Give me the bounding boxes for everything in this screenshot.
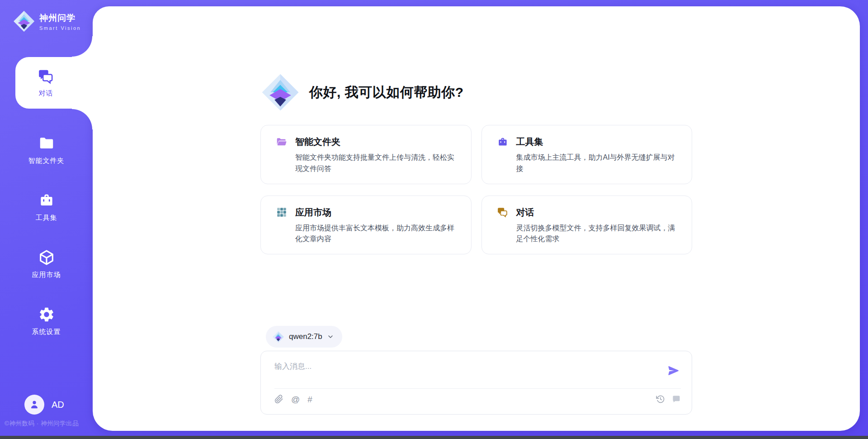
window-bottom-edge (0, 436, 868, 439)
greeting-title: 你好, 我可以如何帮助你? (309, 83, 464, 102)
card-title: 工具集 (516, 136, 543, 148)
user-account[interactable]: AD (24, 395, 64, 415)
hero: 你好, 我可以如何帮助你? (260, 72, 692, 112)
model-selector[interactable]: qwen2:7b (266, 326, 342, 348)
paperclip-icon[interactable] (274, 395, 283, 404)
sidebar-item-label: 对话 (39, 89, 53, 98)
brand-name: 神州问学 (39, 12, 81, 24)
folder-open-icon (276, 136, 288, 148)
card-description: 集成市场上主流工具，助力AI与外界无缝扩展与对接 (516, 152, 680, 175)
sidebar-item-label: 工具集 (36, 214, 57, 222)
message-input[interactable] (274, 359, 666, 388)
card-smart-folder[interactable]: 智能文件夹 智能文件夹功能支持批量文件上传与清洗，轻松实现文件问答 (260, 125, 472, 184)
cube-icon (38, 249, 55, 266)
card-toolset[interactable]: 工具集 集成市场上主流工具，助力AI与外界无缝扩展与对接 (481, 125, 693, 184)
diamond-logo (13, 10, 35, 33)
main-panel: 你好, 我可以如何帮助你? 智能文件夹 智能文件夹功能支持批量文件上传与清洗，轻… (93, 6, 860, 431)
sidebar-item-toolset[interactable]: 工具集 (0, 189, 93, 222)
folder-icon (38, 135, 55, 152)
card-description: 灵活切换多模型文件，支持多样回复效果调试，满足个性化需求 (516, 223, 680, 245)
chat-bubbles-icon (497, 206, 509, 218)
card-chat[interactable]: 对话 灵活切换多模型文件，支持多样回复效果调试，满足个性化需求 (481, 196, 693, 255)
composer: qwen2:7b (260, 326, 692, 415)
avatar (24, 395, 44, 415)
diamond-logo (260, 72, 300, 112)
gear-icon (38, 306, 55, 323)
diamond-logo (272, 331, 284, 343)
send-icon (667, 364, 680, 377)
send-button[interactable] (666, 364, 681, 378)
brand-subtitle: Smart Vision (39, 25, 81, 31)
at-icon[interactable]: @ (291, 395, 300, 404)
card-title: 对话 (516, 206, 534, 219)
grid-icon (276, 206, 288, 218)
card-description: 应用市场提供丰富长文本模板，助力高效生成多样化文章内容 (295, 223, 459, 245)
card-app-market[interactable]: 应用市场 应用市场提供丰富长文本模板，助力高效生成多样化文章内容 (260, 196, 472, 255)
message-input-card: @ # (260, 351, 692, 415)
toolbox-icon (497, 136, 509, 148)
history-icon[interactable] (656, 395, 665, 404)
sidebar-item-label: 应用市场 (32, 271, 61, 279)
sidebar-item-label: 智能文件夹 (28, 157, 65, 165)
brand: 神州问学 Smart Vision (13, 10, 81, 33)
sidebar-item-chat[interactable]: 对话 (15, 57, 93, 109)
card-description: 智能文件夹功能支持批量文件上传与清洗，轻松实现文件问答 (295, 152, 459, 175)
card-title: 智能文件夹 (295, 136, 340, 148)
hash-icon[interactable]: # (307, 395, 312, 404)
sidebar: 神州问学 Smart Vision 对话 智能文件夹 工具集 应用市场 (0, 0, 93, 439)
sidebar-item-smart-folder[interactable]: 智能文件夹 (0, 132, 93, 165)
person-icon (28, 399, 40, 410)
sidebar-item-label: 系统设置 (32, 328, 61, 336)
sidebar-footer: ©神州数码 · 神州问学出品 (5, 420, 79, 428)
toolbox-icon (38, 192, 55, 209)
chevron-down-icon (327, 333, 334, 340)
card-title: 应用市场 (295, 206, 331, 219)
chat-bubbles-icon (38, 68, 55, 85)
feature-cards: 智能文件夹 智能文件夹功能支持批量文件上传与清洗，轻松实现文件问答 工具集 集成… (260, 125, 692, 254)
chat-square-icon[interactable] (672, 395, 681, 404)
user-initials: AD (52, 400, 64, 410)
sidebar-item-settings[interactable]: 系统设置 (0, 303, 93, 336)
sidebar-item-app-market[interactable]: 应用市场 (0, 246, 93, 279)
model-name: qwen2:7b (289, 332, 322, 341)
